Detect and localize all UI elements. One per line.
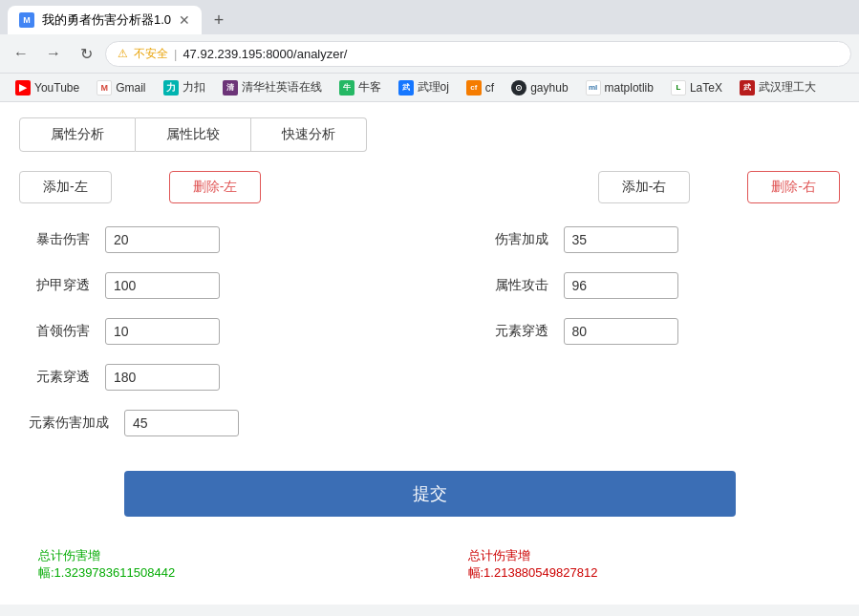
add-left-button[interactable]: 添加-左 (19, 171, 112, 203)
nav-bar: ← → ↻ ⚠ 不安全 | 47.92.239.195:8000/analyze… (0, 34, 859, 74)
field-row-attr-atk: 属性攻击 (478, 272, 841, 299)
boss-label: 首领伤害 (19, 323, 105, 340)
main-tab-bar: 属性分析 属性比较 快速分析 (19, 117, 840, 152)
field-row-armor: 护甲穿透 (19, 272, 382, 299)
tsinghua-icon: 清 (223, 80, 238, 96)
results-row: 总计伤害增 幅:1.3239783611508442 总计伤害增 幅:1.213… (19, 540, 840, 589)
bookmark-cf-label: cf (485, 81, 494, 95)
result-right-value: 幅:1.213880549827812 (468, 564, 822, 582)
matplotlib-icon: ml (586, 80, 601, 96)
bookmark-lk[interactable]: 力 力扣 (156, 76, 213, 98)
field-row-boss: 首领伤害 (19, 318, 382, 345)
del-right-button[interactable]: 删除-右 (747, 171, 840, 203)
field-row-elem-pen: 元素穿透 (19, 364, 382, 391)
bookmark-youtube[interactable]: ▶ YouTube (8, 77, 87, 98)
elem-bonus-label: 元素伤害加成 (19, 414, 124, 432)
submit-row: 提交 (19, 471, 840, 517)
field-row-elem-bonus: 元素伤害加成 (19, 410, 382, 436)
new-tab-button[interactable]: + (205, 7, 232, 33)
bookmark-niuke-label: 牛客 (358, 79, 381, 96)
armor-input[interactable] (105, 272, 220, 299)
elem-pen-label: 元素穿透 (19, 369, 105, 386)
result-left: 总计伤害增 幅:1.3239783611508442 (38, 547, 392, 582)
bookmark-youtube-label: YouTube (34, 81, 79, 95)
url-separator: | (174, 47, 177, 61)
tab-property-analysis[interactable]: 属性分析 (19, 117, 136, 152)
lk-icon: 力 (163, 80, 179, 96)
security-label: 不安全 (134, 46, 168, 62)
tab-property-compare[interactable]: 属性比较 (136, 117, 251, 152)
wuli-icon: 武 (398, 80, 414, 96)
armor-label: 护甲穿透 (19, 277, 105, 294)
youtube-icon: ▶ (15, 80, 31, 96)
bookmark-github-label: gayhub (530, 81, 568, 95)
bookmark-gmail-label: Gmail (116, 81, 145, 95)
bookmark-wuhan[interactable]: 武 武汉理工大 (732, 76, 824, 98)
attr-atk-input[interactable] (564, 272, 678, 299)
field-row-crit: 暴击伤害 (19, 226, 382, 253)
elem-pen-input[interactable] (105, 364, 220, 391)
form-left: 暴击伤害 护甲穿透 首领伤害 元素穿透 元素伤害加成 (19, 226, 382, 456)
result-left-value: 幅:1.3239783611508442 (38, 564, 392, 582)
bookmark-latex-label: LaTeX (690, 81, 722, 95)
elem-pen2-label: 元素穿透 (478, 323, 564, 340)
latex-icon: L (671, 80, 686, 96)
dmg-bonus-label: 伤害加成 (478, 231, 564, 248)
active-tab[interactable]: M 我的勇者伤害分析器1.0 ✕ (8, 6, 202, 34)
tab-favicon: M (19, 12, 34, 28)
bookmarks-bar: ▶ YouTube M Gmail 力 力扣 清 清华社英语在线 牛 牛客 武 … (0, 74, 859, 102)
elem-bonus-input[interactable] (124, 410, 239, 436)
bookmark-cf[interactable]: cf cf (459, 77, 502, 98)
security-icon: ⚠ (118, 47, 128, 60)
niuke-icon: 牛 (339, 80, 354, 96)
crit-label: 暴击伤害 (19, 231, 105, 248)
result-left-label: 总计伤害增 (38, 547, 392, 564)
bookmark-matplotlib-label: matplotlib (605, 81, 654, 95)
action-row: 添加-左 删除-左 添加-右 删除-右 (19, 171, 840, 203)
github-icon: ⊙ (511, 80, 526, 96)
form-section: 暴击伤害 护甲穿透 首领伤害 元素穿透 元素伤害加成 (19, 226, 840, 456)
bookmark-github[interactable]: ⊙ gayhub (504, 77, 575, 98)
tab-quick-analysis[interactable]: 快速分析 (251, 117, 367, 152)
boss-input[interactable] (105, 318, 220, 345)
bookmark-tsinghua-label: 清华社英语在线 (242, 79, 322, 96)
tab-title: 我的勇者伤害分析器1.0 (42, 11, 171, 29)
dmg-bonus-input[interactable] (564, 226, 678, 253)
result-right: 总计伤害增 幅:1.213880549827812 (392, 547, 822, 582)
field-row-dmg-bonus: 伤害加成 (478, 226, 841, 253)
forward-button[interactable]: → (40, 40, 67, 67)
bookmark-latex[interactable]: L LaTeX (663, 77, 730, 98)
bookmark-gmail[interactable]: M Gmail (89, 77, 153, 98)
url-text: 47.92.239.195:8000/analyzer/ (183, 47, 347, 61)
page-content: 属性分析 属性比较 快速分析 添加-左 删除-左 添加-右 删除-右 暴击伤害 (0, 102, 859, 605)
submit-button[interactable]: 提交 (124, 471, 736, 517)
crit-input[interactable] (105, 226, 220, 253)
field-row-elem-pen2: 元素穿透 (478, 318, 841, 345)
cf-icon: cf (466, 80, 482, 96)
attr-atk-label: 属性攻击 (478, 277, 564, 294)
elem-pen2-input[interactable] (564, 318, 678, 345)
add-right-button[interactable]: 添加-右 (598, 171, 691, 203)
bookmark-wuli[interactable]: 武 武理oj (391, 76, 457, 98)
bookmark-lk-label: 力扣 (183, 79, 205, 96)
refresh-button[interactable]: ↻ (73, 40, 99, 67)
bookmark-wuhan-label: 武汉理工大 (759, 79, 816, 96)
back-button[interactable]: ← (8, 40, 34, 67)
tab-close-button[interactable]: ✕ (179, 12, 190, 28)
bookmark-tsinghua[interactable]: 清 清华社英语在线 (215, 76, 330, 98)
del-left-button[interactable]: 删除-左 (169, 171, 262, 203)
result-right-label: 总计伤害增 (468, 547, 822, 564)
form-right: 伤害加成 属性攻击 元素穿透 (382, 226, 841, 456)
wuhan-icon: 武 (740, 80, 755, 96)
bookmark-niuke[interactable]: 牛 牛客 (332, 76, 389, 98)
bookmark-wuli-label: 武理oj (418, 79, 449, 96)
gmail-icon: M (97, 80, 112, 96)
address-bar[interactable]: ⚠ 不安全 | 47.92.239.195:8000/analyzer/ (105, 41, 851, 67)
bookmark-matplotlib[interactable]: ml matplotlib (578, 77, 661, 98)
